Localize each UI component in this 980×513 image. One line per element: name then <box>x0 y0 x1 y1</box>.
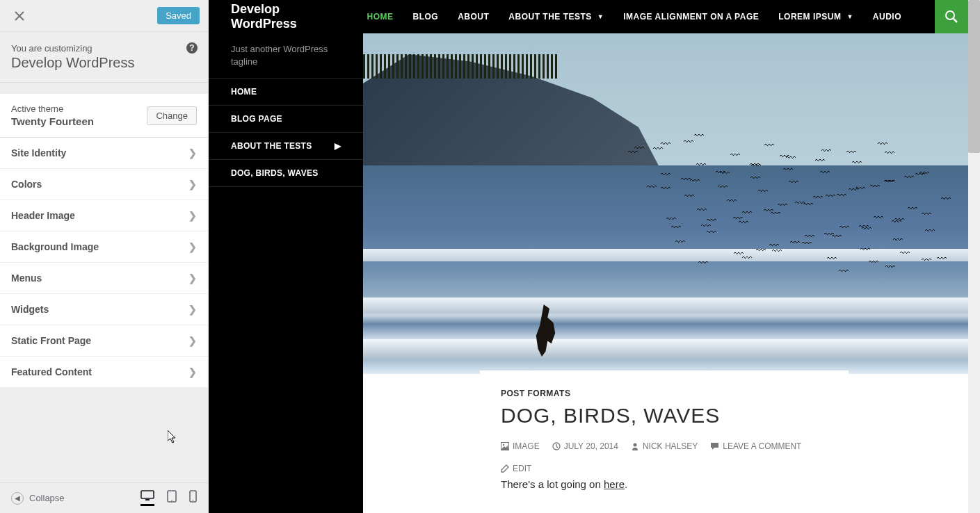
chevron-down-icon: ▼ <box>846 13 853 20</box>
sidenav-blog-page[interactable]: BLOG PAGE <box>209 106 363 133</box>
close-customizer-button[interactable] <box>8 5 31 27</box>
saved-button[interactable]: Saved <box>157 7 200 24</box>
site-content: 〰〰〰〰〰〰〰〰〰〰〰〰〰〰〰〰〰〰〰〰〰〰〰〰〰〰〰〰〰〰〰〰〰〰〰〰〰〰〰〰… <box>363 33 968 513</box>
chevron-right-icon: ❯ <box>188 241 197 252</box>
section-static-front-page[interactable]: Static Front Page❯ <box>0 325 208 357</box>
post-header-card: POST FORMATS DOG, BIRDS, WAVES IMAGE JUL… <box>480 370 849 487</box>
svg-rect-3 <box>145 499 150 500</box>
customizer-panel: Saved You are customizing Develop WordPr… <box>0 0 209 513</box>
topnav-audio[interactable]: AUDIO <box>873 12 901 22</box>
site-preview: Develop WordPress HOMEBLOGABOUTABOUT THE… <box>209 0 968 513</box>
topnav-about-the-tests[interactable]: ABOUT THE TESTS ▼ <box>508 12 604 22</box>
customizer-footer: ◀ Collapse <box>0 482 208 513</box>
chevron-right-icon: ❯ <box>188 366 197 377</box>
change-theme-button[interactable]: Change <box>147 106 197 125</box>
section-site-identity[interactable]: Site Identity❯ <box>0 138 208 169</box>
topnav-about[interactable]: ABOUT <box>458 12 489 22</box>
site-sidebar: Just another WordPress tagline HOMEBLOG … <box>209 33 363 513</box>
customizing-label: You are customizing <box>11 43 197 54</box>
customizer-sections: Site Identity❯Colors❯Header Image❯Backgr… <box>0 138 208 482</box>
section-background-image[interactable]: Background Image❯ <box>0 231 208 263</box>
sidenav-dog-birds-waves[interactable]: DOG, BIRDS, WAVES <box>209 160 363 187</box>
post-text: There's a lot going on here. <box>501 478 828 490</box>
chevron-right-icon: ❯ <box>188 179 197 190</box>
customizer-info: You are customizing Develop WordPress ? <box>0 32 208 83</box>
svg-point-13 <box>633 443 636 447</box>
section-header-image[interactable]: Header Image❯ <box>0 200 208 231</box>
search-button[interactable] <box>935 0 968 33</box>
device-preview-buttons <box>140 490 197 506</box>
post-date-link[interactable]: JULY 20, 2014 <box>552 441 618 451</box>
post-comments-link[interactable]: LEAVE A COMMENT <box>710 441 801 451</box>
svg-rect-2 <box>141 491 154 498</box>
post-meta: IMAGE JULY 20, 2014 NICK HALSEY LEAVE A … <box>501 441 828 473</box>
svg-point-7 <box>193 500 194 501</box>
preview-scrollbar-thumb[interactable] <box>968 0 980 153</box>
site-topbar: Develop WordPress HOMEBLOGABOUTABOUT THE… <box>209 0 968 33</box>
active-theme-label: Active theme <box>11 104 94 114</box>
device-mobile-button[interactable] <box>189 490 197 506</box>
collapse-button[interactable]: ◀ Collapse <box>11 492 65 505</box>
post-body: There's a lot going on here. <box>480 478 849 490</box>
chevron-right-icon: ❯ <box>188 304 197 315</box>
chevron-right-icon: ❯ <box>188 272 197 284</box>
post-category[interactable]: POST FORMATS <box>501 389 828 398</box>
site-body: Just another WordPress tagline HOMEBLOG … <box>209 33 968 513</box>
device-desktop-button[interactable] <box>140 490 154 506</box>
preview-scrollbar[interactable] <box>968 0 980 513</box>
chevron-right-icon: ❯ <box>188 210 197 221</box>
sidenav-about-the-tests[interactable]: ABOUT THE TESTS▶ <box>209 133 363 160</box>
svg-point-8 <box>946 11 954 19</box>
site-title[interactable]: Develop WordPress <box>209 2 363 31</box>
svg-line-9 <box>954 19 957 22</box>
customizing-site-title: Develop WordPress <box>11 55 197 71</box>
search-icon <box>945 10 958 24</box>
sidenav-home[interactable]: HOME <box>209 79 363 106</box>
post-body-link[interactable]: here <box>604 478 625 490</box>
collapse-label: Collapse <box>29 493 65 503</box>
device-tablet-button[interactable] <box>167 490 177 506</box>
chevron-right-icon: ❯ <box>188 335 197 346</box>
featured-image: 〰〰〰〰〰〰〰〰〰〰〰〰〰〰〰〰〰〰〰〰〰〰〰〰〰〰〰〰〰〰〰〰〰〰〰〰〰〰〰〰… <box>363 33 968 374</box>
post-format-link[interactable]: IMAGE <box>501 441 540 451</box>
section-menus[interactable]: Menus❯ <box>0 263 208 294</box>
post-title[interactable]: DOG, BIRDS, WAVES <box>501 404 828 427</box>
active-theme-name: Twenty Fourteen <box>11 115 94 127</box>
post-edit-link[interactable]: EDIT <box>501 464 531 473</box>
section-colors[interactable]: Colors❯ <box>0 169 208 200</box>
preview-pane: Develop WordPress HOMEBLOGABOUTABOUT THE… <box>209 0 980 513</box>
active-theme-row: Active theme Twenty Fourteen Change <box>0 94 208 138</box>
site-tagline: Just another WordPress tagline <box>209 33 363 79</box>
svg-point-11 <box>503 444 504 446</box>
top-nav: HOMEBLOGABOUTABOUT THE TESTS ▼IMAGE ALIG… <box>363 0 968 33</box>
side-nav: HOMEBLOG PAGEABOUT THE TESTS▶DOG, BIRDS,… <box>209 79 363 187</box>
chevron-right-icon: ❯ <box>188 147 197 158</box>
svg-text:?: ? <box>189 43 194 53</box>
topnav-blog[interactable]: BLOG <box>413 12 439 22</box>
section-featured-content[interactable]: Featured Content❯ <box>0 357 208 388</box>
customizer-header: Saved <box>0 0 208 32</box>
topnav-image-alignment-on-a-page[interactable]: IMAGE ALIGNMENT ON A PAGE <box>623 12 759 22</box>
chevron-right-icon: ▶ <box>335 141 341 151</box>
help-icon[interactable]: ? <box>186 42 198 54</box>
topnav-lorem-ipsum[interactable]: LOREM IPSUM ▼ <box>778 12 853 22</box>
svg-point-5 <box>171 500 172 501</box>
chevron-down-icon: ▼ <box>597 13 604 20</box>
topnav-home[interactable]: HOME <box>367 12 394 22</box>
section-widgets[interactable]: Widgets❯ <box>0 294 208 325</box>
collapse-icon: ◀ <box>11 492 24 505</box>
post-author-link[interactable]: NICK HALSEY <box>631 441 698 451</box>
